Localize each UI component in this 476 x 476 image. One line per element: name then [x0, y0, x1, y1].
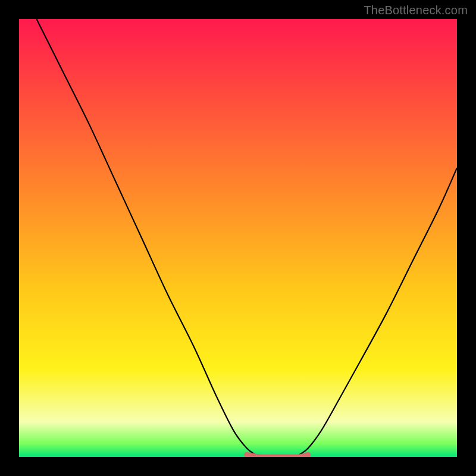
curve-overlay: [19, 19, 457, 457]
curve-group: [36, 19, 457, 457]
chart-frame: TheBottleneck.com: [0, 0, 476, 476]
plot-area: [19, 19, 457, 457]
left-curve-path: [36, 19, 255, 455]
flat-segment-path: [247, 455, 308, 457]
right-curve-path: [299, 168, 457, 455]
watermark-text: TheBottleneck.com: [364, 4, 468, 17]
